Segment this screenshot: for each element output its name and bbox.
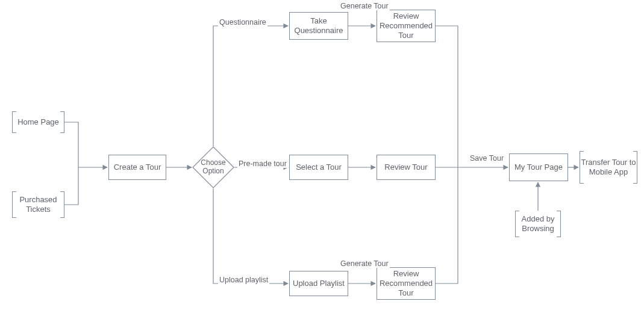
node-my-tour-page: My Tour Page bbox=[509, 153, 568, 181]
node-review-recommended-tour-top: Review Recommended Tour bbox=[377, 10, 436, 42]
node-added-by-browsing: Added by Browsing bbox=[515, 211, 561, 237]
node-label: Choose Option bbox=[192, 159, 234, 176]
node-label: Added by Browsing bbox=[515, 214, 561, 234]
edge-label-save-tour: Save Tour bbox=[469, 154, 505, 163]
node-label: Upload Playlist bbox=[293, 279, 345, 288]
node-purchased-tickets: Purchased Tickets bbox=[12, 191, 64, 218]
node-label: Take Questionnaire bbox=[292, 16, 345, 36]
edge-label-questionnaire: Questionnaire bbox=[218, 18, 267, 26]
node-label: Review Recommended Tour bbox=[380, 11, 433, 41]
node-choose-option: Choose Option bbox=[192, 146, 234, 188]
node-take-questionnaire: Take Questionnaire bbox=[289, 12, 348, 40]
node-review-tour: Review Tour bbox=[377, 155, 436, 180]
node-label: Review Recommended Tour bbox=[380, 269, 433, 299]
edge-label-premade-tour: Pre-made tour bbox=[237, 160, 288, 168]
node-label: Home Page bbox=[17, 117, 59, 127]
node-label: Create a Tour bbox=[114, 163, 161, 172]
flowchart-canvas: Home Page Purchased Tickets Create a Tou… bbox=[0, 0, 644, 313]
node-home-page: Home Page bbox=[12, 111, 64, 133]
edge-label-generate-tour-bottom: Generate Tour bbox=[339, 259, 390, 268]
node-label: Review Tour bbox=[384, 163, 427, 172]
node-create-a-tour: Create a Tour bbox=[108, 155, 166, 180]
node-transfer-tour-to-mobile-app: Transfer Tour to Mobile App bbox=[580, 151, 637, 184]
node-label: Transfer Tour to Mobile App bbox=[580, 158, 637, 178]
node-label: Select a Tour bbox=[296, 163, 342, 172]
edge-label-upload-playlist: Upload playlist bbox=[218, 276, 269, 284]
node-upload-playlist: Upload Playlist bbox=[289, 271, 348, 296]
node-label: Purchased Tickets bbox=[12, 195, 64, 215]
node-select-a-tour: Select a Tour bbox=[289, 155, 348, 180]
node-review-recommended-tour-bottom: Review Recommended Tour bbox=[377, 267, 436, 300]
node-label: My Tour Page bbox=[514, 163, 563, 172]
edge-label-generate-tour-top: Generate Tour bbox=[339, 2, 390, 10]
